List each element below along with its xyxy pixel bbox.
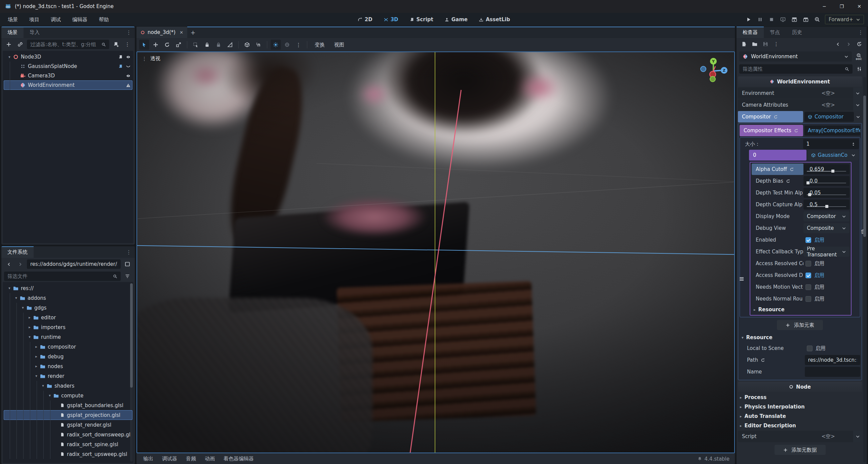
axis-gizmo[interactable]: Y Z bbox=[699, 56, 730, 86]
property-label[interactable]: Depth Capture Alp bbox=[752, 199, 803, 210]
slider-field[interactable]: 0.659 bbox=[803, 164, 849, 174]
scene-node-Camera3D[interactable]: Camera3D bbox=[4, 71, 132, 80]
load-resource-button[interactable] bbox=[750, 39, 760, 49]
checkbox-icon[interactable] bbox=[805, 296, 811, 302]
scene-node-WorldEnvironment[interactable]: WorldEnvironment bbox=[4, 80, 132, 90]
dock-options-icon[interactable]: ⋮ bbox=[855, 27, 867, 38]
fs-item-render[interactable]: ▾ render bbox=[4, 371, 132, 381]
maximize-button[interactable]: ❐ bbox=[833, 0, 850, 13]
close-button[interactable]: ✕ bbox=[850, 0, 868, 13]
edited-object-select[interactable]: WorldEnvironment bbox=[739, 52, 852, 62]
fs-item-gsplat_render.glsl[interactable]: gsplat_render.glsl bbox=[4, 420, 132, 430]
tab-filesystem[interactable]: 文件系统 bbox=[1, 246, 34, 258]
checkbox-icon[interactable] bbox=[805, 284, 811, 290]
viewport-menu-变换[interactable]: 变换 bbox=[311, 40, 329, 50]
play-icon[interactable] bbox=[743, 15, 754, 24]
fs-item-nodes[interactable]: ▸ nodes bbox=[4, 361, 132, 371]
tab-node[interactable]: 节点 bbox=[764, 27, 786, 38]
open-docs-button[interactable]: DOC bbox=[854, 52, 864, 62]
dock-options-icon[interactable]: ⋮ bbox=[123, 246, 135, 258]
workspace-2D[interactable]: 2D bbox=[355, 15, 376, 24]
preview-sun-icon[interactable] bbox=[271, 40, 281, 50]
scene-node-Node3D[interactable]: ▾ Node3D bbox=[4, 52, 132, 62]
tab-scene[interactable]: 场景 bbox=[1, 27, 24, 38]
group-editor-description[interactable]: ▸Editor Description bbox=[738, 421, 862, 430]
category-node[interactable]: Node bbox=[738, 382, 862, 392]
fs-item-compute[interactable]: ▾ compute bbox=[4, 390, 132, 400]
play-scene-icon[interactable] bbox=[789, 15, 800, 24]
fs-item-compositor[interactable]: ▸ compositor bbox=[4, 342, 132, 352]
checkbox-field[interactable]: 启用 bbox=[805, 345, 860, 352]
dropdown-field[interactable]: Compositor bbox=[803, 211, 849, 222]
property-label[interactable]: Needs Normal Rou bbox=[752, 293, 803, 304]
expander-icon[interactable]: ▾ bbox=[40, 384, 46, 388]
save-resource-button[interactable] bbox=[761, 39, 770, 49]
bottom-panel-调试器[interactable]: 调试器 bbox=[158, 454, 181, 463]
group-resource-collapsed[interactable]: ▸Resource bbox=[752, 305, 849, 314]
text-field[interactable]: res://node_3d.tscn::Com bbox=[805, 355, 860, 365]
property-label[interactable]: Name bbox=[743, 366, 805, 378]
3d-viewport[interactable]: ⋮ 透视 Y Z bbox=[136, 52, 735, 453]
property-label[interactable]: Alpha Cutoff bbox=[752, 164, 803, 175]
slider-grabber[interactable] bbox=[808, 193, 811, 196]
expander-icon[interactable]: ▾ bbox=[27, 335, 33, 339]
tab-inspector[interactable]: 检查器 bbox=[737, 27, 764, 38]
new-resource-button[interactable] bbox=[739, 39, 749, 49]
path-bar[interactable]: res://addons/gdgs/runtime/render/shader bbox=[27, 259, 121, 269]
expander-icon[interactable]: ▾ bbox=[6, 55, 12, 59]
tab-history[interactable]: 历史 bbox=[786, 27, 808, 38]
workspace-Game[interactable]: Game bbox=[441, 15, 471, 24]
compositor-row[interactable]: Compositor Compositor bbox=[738, 111, 862, 122]
checkbox-field[interactable]: 启用 bbox=[803, 237, 849, 243]
dropdown-field[interactable]: Pre Transparent bbox=[803, 246, 849, 257]
property-label[interactable]: Local to Scene bbox=[743, 343, 805, 354]
renderer-select[interactable]: Forward+ bbox=[825, 15, 864, 24]
expander-icon[interactable]: ▾ bbox=[6, 286, 12, 290]
slider-grabber[interactable] bbox=[825, 205, 828, 208]
expander-icon[interactable]: ▾ bbox=[13, 296, 19, 300]
text-field[interactable] bbox=[805, 367, 860, 377]
viewport-menu-视图[interactable]: 视图 bbox=[330, 40, 348, 50]
resource-row[interactable]: Camera Attributes <空> bbox=[738, 99, 862, 111]
resource-row[interactable]: Environment <空> bbox=[738, 87, 862, 99]
inspector-scrollbar[interactable] bbox=[863, 77, 866, 462]
resource-options-icon[interactable]: ⋮ bbox=[772, 39, 781, 49]
bottom-panel-动画[interactable]: 动画 bbox=[201, 454, 219, 463]
revert-icon[interactable] bbox=[786, 179, 790, 183]
checkbox-icon[interactable] bbox=[805, 237, 811, 243]
fs-item-radix_sort_upsweep.glsl[interactable]: radix_sort_upsweep.glsl bbox=[4, 449, 132, 459]
menu-场景[interactable]: 场景 bbox=[3, 15, 22, 25]
checkbox-field[interactable]: 启用 bbox=[803, 272, 849, 279]
expander-icon[interactable]: ▸ bbox=[33, 364, 39, 369]
property-label[interactable]: Needs Motion Vect bbox=[752, 281, 803, 293]
perspective-menu[interactable]: ⋮ 透视 bbox=[142, 56, 160, 62]
attach-script-button[interactable] bbox=[111, 40, 121, 49]
move-tool-icon[interactable] bbox=[151, 40, 161, 50]
history-forward-button[interactable] bbox=[844, 39, 853, 49]
bottom-panel-音频[interactable]: 音频 bbox=[182, 454, 200, 463]
script-row[interactable]: Script <空> bbox=[738, 431, 862, 442]
lock-icon[interactable] bbox=[202, 40, 212, 50]
property-filter-input[interactable]: 筛选属性 bbox=[739, 64, 852, 74]
minimize-button[interactable]: ─ bbox=[815, 0, 833, 13]
nav-back-button[interactable] bbox=[4, 259, 13, 269]
group-icon[interactable] bbox=[214, 40, 223, 50]
scale-tool-icon[interactable] bbox=[174, 40, 184, 50]
slider-grabber[interactable] bbox=[806, 181, 809, 184]
close-tab-icon[interactable]: ✕ bbox=[180, 30, 183, 35]
instance-scene-button[interactable] bbox=[16, 40, 25, 49]
select-tool-icon[interactable] bbox=[139, 40, 149, 50]
property-label[interactable]: Display Mode bbox=[752, 211, 803, 222]
select-box-icon[interactable] bbox=[191, 40, 201, 50]
checkbox-field[interactable]: 启用 bbox=[803, 284, 849, 290]
fs-item-debug[interactable]: ▸ debug bbox=[4, 352, 132, 361]
checkbox-icon[interactable] bbox=[805, 272, 811, 278]
edit-history-button[interactable] bbox=[855, 39, 864, 49]
rotate-tool-icon[interactable] bbox=[162, 40, 172, 50]
add-element-button[interactable]: 添加元素 bbox=[777, 320, 823, 330]
revert-icon[interactable] bbox=[790, 167, 794, 172]
file-filter-input[interactable]: 筛选文件 bbox=[4, 271, 121, 281]
expander-icon[interactable]: ▾ bbox=[47, 393, 53, 398]
group-physics-interpolation[interactable]: ▸Physics Interpolation bbox=[738, 402, 862, 411]
fs-item-gsplat_boundaries.glsl[interactable]: gsplat_boundaries.glsl bbox=[4, 400, 132, 410]
